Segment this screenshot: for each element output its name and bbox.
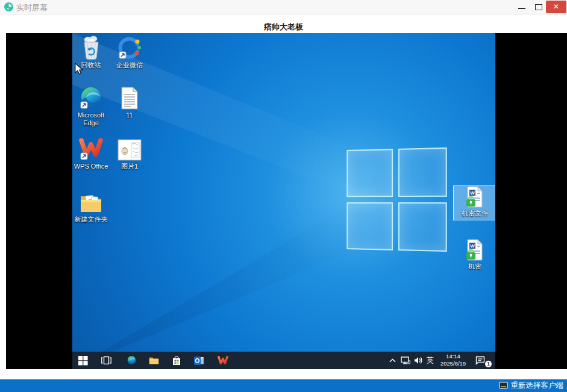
status-bar: 重新选择客户端 [0, 379, 567, 392]
taskbar-edge-button[interactable] [122, 352, 140, 369]
tray-date: 2025/6/19 [435, 360, 471, 367]
tray-clock[interactable]: 14:14 2025/6/19 [435, 353, 471, 369]
picture-file-icon [117, 137, 142, 161]
icon-label: 新建文件夹 [75, 216, 108, 223]
desktop-icon-confidential[interactable]: W 机密 [453, 238, 495, 271]
task-view-icon [101, 356, 111, 365]
live-screen-window: 实时屏幕 ✕ 痞帅大老板 [0, 0, 567, 392]
taskbar-file-explorer-button[interactable] [145, 352, 163, 369]
tray-network-button[interactable] [399, 352, 412, 369]
tray-volume-button[interactable] [412, 352, 425, 369]
maximize-button[interactable] [530, 0, 546, 14]
remote-taskbar: O [72, 352, 495, 369]
wallpaper-shadow-beam [72, 154, 356, 369]
desktop-icon-confidential-file[interactable]: W 机密文件 [453, 185, 495, 220]
svg-text:W: W [470, 190, 475, 196]
wps-icon [79, 137, 103, 161]
reselect-client-button[interactable]: 重新选择客户端 [499, 379, 564, 392]
windows-wallpaper-logo-icon [346, 148, 448, 254]
speaker-icon [414, 356, 423, 364]
taskbar-outlook-button[interactable]: O [190, 352, 208, 369]
client-name-label: 痞帅大老板 [0, 22, 567, 33]
file-explorer-icon [149, 356, 159, 365]
start-button[interactable] [74, 352, 92, 369]
svg-text:O: O [195, 358, 199, 364]
windows-start-icon [78, 356, 88, 366]
desktop-icon-wecom[interactable]: 企业微信 [108, 35, 151, 70]
folder-icon [79, 190, 103, 214]
notification-icon [475, 356, 485, 365]
desktop-icon-picture-1[interactable]: 图片1 [108, 136, 151, 171]
network-icon [401, 356, 410, 364]
client-monitor-icon [499, 382, 508, 390]
taskbar-store-button[interactable] [168, 352, 186, 369]
desktop-icon-new-folder[interactable]: 新建文件夹 [72, 189, 113, 224]
text-document-icon [121, 86, 139, 110]
remote-desktop[interactable]: 回收站 企业微信 [72, 33, 495, 369]
icon-label: 11 [126, 111, 133, 119]
icon-label: 机密 [468, 263, 481, 270]
window-title: 实时屏幕 [16, 2, 48, 13]
app-logo-icon [4, 2, 13, 11]
tray-time: 14:14 [435, 353, 471, 360]
mouse-cursor-icon [74, 63, 84, 75]
minimize-icon [518, 8, 525, 9]
wecom-icon [117, 36, 142, 60]
remote-screen-viewer[interactable]: 回收站 企业微信 [6, 33, 567, 369]
edge-icon [79, 86, 103, 110]
taskbar-wps-button[interactable] [214, 352, 232, 369]
chevron-up-icon [389, 358, 396, 362]
tray-show-hidden-icons-button[interactable] [386, 352, 398, 369]
close-button[interactable]: ✕ [546, 1, 566, 13]
icon-label: WPS Office [74, 163, 108, 170]
task-view-button[interactable] [97, 352, 115, 369]
svg-text:W: W [470, 243, 475, 249]
icon-label: 图片1 [121, 163, 138, 170]
desktop-icon-wps[interactable]: WPS Office [72, 136, 113, 171]
reselect-client-label: 重新选择客户端 [511, 381, 564, 391]
desktop-icon-txt-11[interactable]: 11 [108, 85, 151, 120]
recycle-bin-icon [80, 36, 102, 60]
tray-action-center-button[interactable]: 1 [472, 352, 489, 369]
tray-ime-indicator[interactable]: 英 [425, 352, 436, 369]
locked-word-document-icon: W [466, 186, 484, 208]
icon-label: Microsoft Edge [72, 111, 112, 127]
maximize-icon [535, 4, 542, 10]
icon-label: 机密文件 [462, 210, 488, 217]
notification-badge: 1 [485, 361, 492, 367]
window-titlebar: 实时屏幕 ✕ [0, 0, 567, 14]
wps-icon [218, 356, 228, 366]
icon-label: 企业微信 [116, 61, 143, 69]
outlook-icon: O [194, 356, 204, 366]
microsoft-store-icon [172, 356, 181, 366]
locked-word-document-icon: W [466, 239, 484, 261]
edge-icon [127, 355, 137, 366]
minimize-button[interactable] [513, 0, 530, 14]
desktop-icon-edge[interactable]: Microsoft Edge [72, 85, 113, 128]
